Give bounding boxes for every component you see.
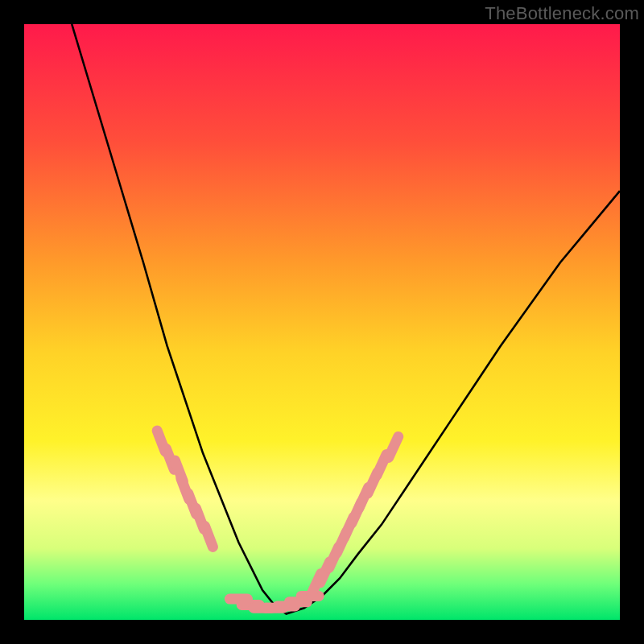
data-marker — [389, 436, 398, 457]
chart-stage: TheBottleneck.com — [0, 0, 644, 644]
curve-layer — [24, 24, 620, 620]
marker-group — [157, 431, 398, 608]
watermark-text: TheBottleneck.com — [485, 3, 639, 24]
plot-area — [24, 24, 620, 620]
data-marker — [204, 526, 213, 547]
